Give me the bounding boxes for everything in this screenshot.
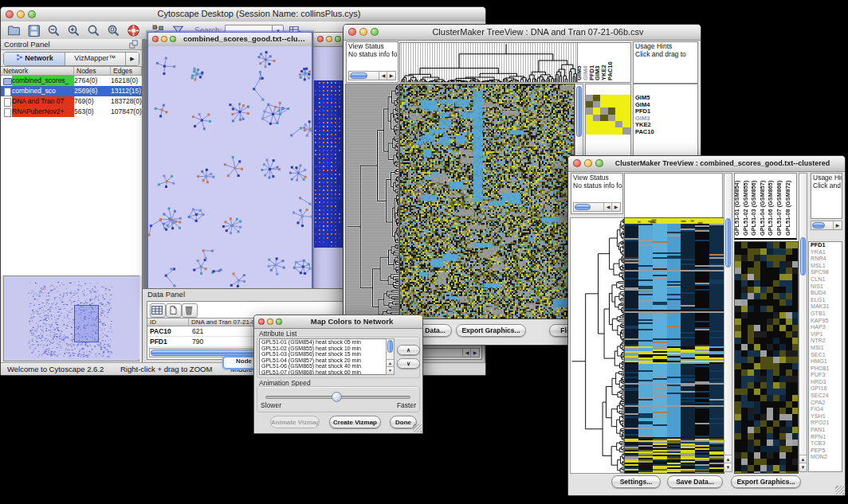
column-label: GPL51-06 (GSM865) xyxy=(767,181,774,236)
animation-speed-slider-thumb[interactable] xyxy=(332,392,342,402)
tv1-checker-heatmap[interactable] xyxy=(586,95,630,135)
minimize-button[interactable] xyxy=(17,10,25,18)
attribute-list[interactable]: GPL51-01 (GSM854) heat shock 05 minGPL51… xyxy=(259,338,395,375)
column-nodes[interactable]: Nodes xyxy=(74,67,111,75)
scrollbar-thumb[interactable] xyxy=(800,237,806,275)
minimize-button[interactable] xyxy=(584,159,592,167)
scroll-down-icon[interactable]: ▼ xyxy=(799,463,807,471)
zoom-button[interactable] xyxy=(371,28,379,36)
network-graph-view[interactable] xyxy=(148,46,312,299)
attribute-list-item[interactable]: GPL51-07 (GSM868) heat shock 60 min xyxy=(260,369,394,375)
zoom-button[interactable] xyxy=(28,10,36,18)
tv1-column-dendrogram[interactable] xyxy=(399,42,578,83)
tv1-titlebar[interactable]: ClusterMaker TreeView : DNA and Tran 07-… xyxy=(344,25,701,41)
move-down-button[interactable]: ∨ xyxy=(397,358,420,369)
delete-attribute-button[interactable] xyxy=(182,303,198,318)
tab-vizmapper[interactable]: VizMapper™ xyxy=(65,53,127,65)
create-vizmap-button[interactable]: Create Vizmap xyxy=(329,416,381,428)
attribute-list-item[interactable]: GPL51-04 (GSM857) heat shock 20 min xyxy=(260,357,394,364)
attribute-list-item[interactable]: GPL51-03 (GSM856) heat shock 15 min xyxy=(260,351,394,357)
tv2-settings-button[interactable]: Settings... xyxy=(611,475,661,488)
tab-overflow-arrow[interactable]: ▶ xyxy=(126,53,139,65)
view-status-hscrollbar[interactable]: ◀ ▶ xyxy=(348,71,396,80)
tv2-column-dendrogram-area[interactable] xyxy=(624,173,723,217)
scroll-right-icon[interactable]: ▶ xyxy=(611,203,620,211)
column-id[interactable]: ID xyxy=(147,318,189,326)
close-button[interactable] xyxy=(348,28,356,36)
scroll-down-icon[interactable]: ▼ xyxy=(724,463,732,471)
scroll-down-icon[interactable]: ▼ xyxy=(387,366,394,374)
tv1-export-graphics-button[interactable]: Export Graphics... xyxy=(456,324,526,337)
attribute-list-item[interactable]: GPL51-01 (GSM854) heat shock 05 min xyxy=(260,339,394,346)
resize-grip[interactable] xyxy=(413,424,422,432)
minimize-button[interactable] xyxy=(161,36,167,42)
close-button[interactable] xyxy=(573,159,581,167)
select-attributes-button[interactable] xyxy=(150,303,166,318)
tv2-save-data-button[interactable]: Save Data... xyxy=(667,475,723,488)
zoom-out-icon[interactable] xyxy=(47,24,61,37)
close-button[interactable] xyxy=(152,36,159,42)
scrollbar-thumb[interactable] xyxy=(350,72,367,79)
tab-network[interactable]: Network xyxy=(4,53,65,65)
close-button[interactable] xyxy=(6,10,14,18)
tv1-row-dendrogram[interactable] xyxy=(345,84,399,319)
view-status-hscrollbar[interactable]: ◀ ▶ xyxy=(573,202,621,212)
dense-network-grid[interactable] xyxy=(314,80,344,248)
network-window-titlebar[interactable]: combined_scores_good.txt--cluste... xyxy=(148,33,312,47)
scrollbar-thumb[interactable] xyxy=(575,204,591,210)
network-nodes: 2764(0) xyxy=(74,76,110,86)
save-icon[interactable] xyxy=(27,24,41,37)
attribute-list-item[interactable]: GPL51-06 (GSM865) heat shock 40 min xyxy=(260,363,394,369)
close-button[interactable] xyxy=(317,36,324,42)
network-table-row[interactable]: DNA and Tran 07769(0)183728(0) xyxy=(1,96,142,107)
column-edges[interactable]: Edges xyxy=(111,67,142,75)
zoom-button[interactable] xyxy=(276,318,282,325)
network-table-row[interactable]: RNAPuberNov2+563(0)107847(0) xyxy=(1,107,142,117)
main-titlebar[interactable]: Cytoscape Desktop (Session Name: collins… xyxy=(1,7,485,22)
zoom-button[interactable] xyxy=(335,36,341,42)
minimize-button[interactable] xyxy=(359,28,367,36)
minimize-button[interactable] xyxy=(326,36,332,42)
network-table-row[interactable]: combined_sco2569(6)13112(15) xyxy=(1,86,142,96)
scrollbar-thumb[interactable] xyxy=(812,222,825,229)
scroll-right-icon[interactable]: ▶ xyxy=(387,72,395,80)
zoom-button[interactable] xyxy=(170,36,176,42)
background-window-titlebar[interactable] xyxy=(313,33,344,47)
data-panel-title: Data Panel xyxy=(147,290,185,299)
minimize-button[interactable] xyxy=(267,318,273,325)
scrollbar-thumb[interactable] xyxy=(725,218,731,268)
scroll-right-icon[interactable]: ▶ xyxy=(833,221,842,229)
network-table-row[interactable]: combined_scores_2764(0)16218(0) xyxy=(1,76,142,86)
help-lifebuoy-icon[interactable] xyxy=(127,24,140,37)
tv2-export-graphics-button[interactable]: Export Graphics... xyxy=(731,475,801,488)
scroll-right-icon[interactable]: ▶ xyxy=(470,349,479,357)
scrollbar-thumb[interactable] xyxy=(387,340,393,353)
tv2-titlebar[interactable]: ClusterMaker TreeView : combined_scores_… xyxy=(568,156,845,172)
tv1-heatmap[interactable] xyxy=(399,84,575,319)
float-panel-icon[interactable] xyxy=(129,40,139,49)
tv2-zoomed-heatmap[interactable] xyxy=(734,241,799,474)
tv2-right-vscrollbar[interactable]: ▲ ▼ xyxy=(799,173,807,472)
column-network[interactable]: Network xyxy=(1,67,74,75)
zoom-fit-icon[interactable] xyxy=(107,24,120,37)
tv2-main-vscrollbar[interactable]: ▲ ▼ xyxy=(724,173,732,472)
animate-vizmap-button[interactable]: Animate Vizmap xyxy=(270,416,320,428)
zoom-in-icon[interactable] xyxy=(67,24,80,37)
zoom-selected-icon[interactable] xyxy=(87,24,100,37)
tv2-heatmap[interactable] xyxy=(624,217,724,474)
close-button[interactable] xyxy=(258,318,265,325)
tv2-row-dendrogram[interactable] xyxy=(570,217,625,474)
tv2-usage-hscrollbar[interactable]: ▶ xyxy=(811,221,842,230)
dialog-titlebar[interactable]: Map Colors to Network xyxy=(254,315,422,329)
attribute-list-vscrollbar[interactable]: ▲ ▼ xyxy=(386,338,395,375)
birdseye-view[interactable] xyxy=(3,275,139,361)
create-attribute-button[interactable] xyxy=(166,303,182,318)
move-up-button[interactable]: ∧ xyxy=(397,345,420,355)
resize-grip[interactable] xyxy=(835,486,844,494)
faster-label: Faster xyxy=(397,401,416,409)
attribute-list-item[interactable]: GPL51-02 (GSM855) heat shock 10 min xyxy=(260,346,394,352)
zoom-button[interactable] xyxy=(595,159,603,167)
dialog-title: Map Colors to Network xyxy=(286,317,418,326)
open-icon[interactable] xyxy=(7,24,21,37)
scrollbar-thumb[interactable] xyxy=(576,86,582,137)
